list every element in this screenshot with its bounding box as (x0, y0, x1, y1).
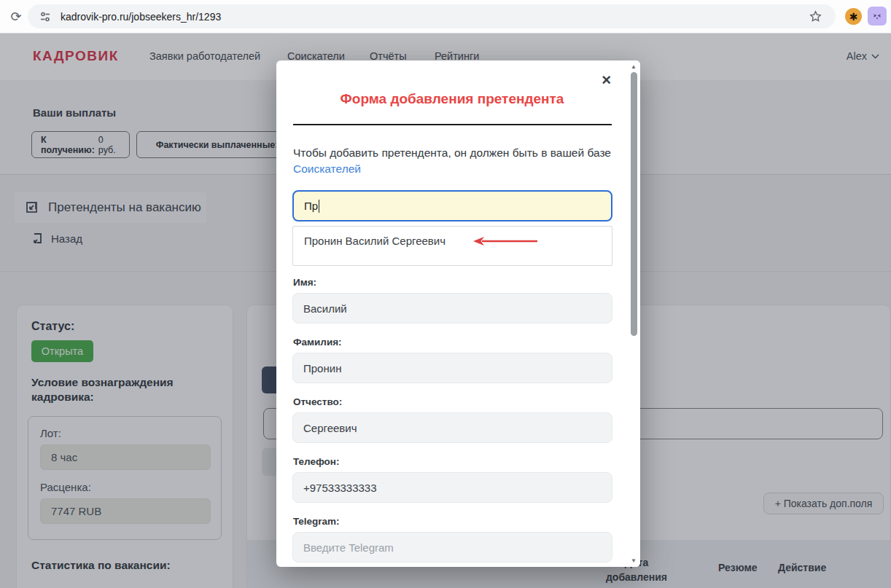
bookmark-star-icon[interactable] (809, 9, 822, 23)
scrollbar-up-icon[interactable]: ▲ (631, 63, 637, 70)
scrollbar-down-icon[interactable]: ▼ (631, 557, 637, 564)
telegram-input[interactable] (292, 532, 612, 562)
search-typed-text: Пр (304, 200, 318, 212)
field-label-phone: Телефон: (293, 456, 340, 467)
autocomplete-suggestion[interactable]: Пронин Василий Сергеевич (304, 235, 446, 247)
title-divider (293, 124, 612, 125)
autocomplete-dropdown: Пронин Василий Сергеевич (292, 226, 612, 266)
screen: ⟳ kadrovik-pro.ru/jobseekers_hr/1293 ✱ (0, 0, 891, 588)
url-text[interactable]: kadrovik-pro.ru/jobseekers_hr/1293 (61, 11, 221, 23)
modal-intro-text: Чтобы добавить претендента, он должен бы… (293, 145, 612, 178)
site-settings-icon[interactable] (39, 10, 52, 23)
add-applicant-modal: × Форма добавления претендента Чтобы доб… (276, 60, 640, 567)
browser-profile-icon[interactable] (868, 7, 887, 26)
close-icon[interactable]: × (602, 72, 611, 88)
field-label-lastname: Фамилия: (293, 337, 342, 348)
address-bar[interactable]: kadrovik-pro.ru/jobseekers_hr/1293 (28, 4, 836, 28)
text-caret (319, 200, 319, 213)
phone-input[interactable] (292, 472, 612, 503)
candidate-search-input[interactable]: Пр (292, 190, 612, 222)
profile-face-glyph (871, 10, 883, 22)
field-label-telegram: Telegram: (293, 516, 340, 527)
jobseekers-link[interactable]: Соискателей (293, 162, 361, 175)
firstname-input[interactable] (292, 293, 612, 324)
scrollbar-thumb[interactable] (631, 72, 637, 336)
middlename-input[interactable] (292, 412, 612, 443)
browser-toolbar: ⟳ kadrovik-pro.ru/jobseekers_hr/1293 ✱ (0, 0, 891, 34)
field-label-middlename: Отчество: (293, 396, 342, 407)
field-label-firstname: Имя: (293, 277, 316, 288)
modal-title: Форма добавления претендента (292, 91, 612, 107)
annotation-arrow-icon (472, 235, 539, 248)
lastname-input[interactable] (292, 353, 612, 383)
intro-text: Чтобы добавить претендента, он должен бы… (293, 146, 611, 159)
modal-scrollbar[interactable]: ▲ ▼ (629, 60, 640, 567)
extension-icon[interactable]: ✱ (845, 8, 862, 25)
reload-icon[interactable]: ⟳ (7, 8, 25, 26)
